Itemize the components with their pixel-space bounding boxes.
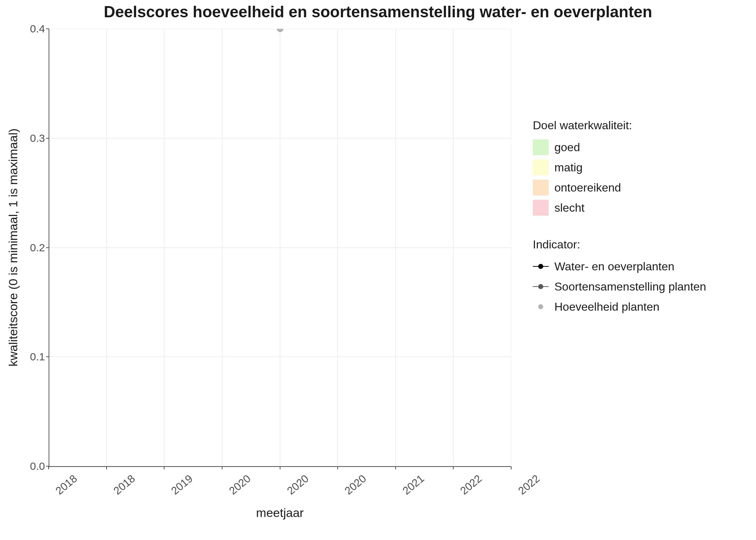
- x-tick-label: 2019: [154, 472, 195, 509]
- legend-swatch: [533, 159, 549, 175]
- legend-label: Soortensamenstelling planten: [554, 280, 706, 293]
- legend-quality-item: slecht: [533, 199, 706, 216]
- x-tick-label: 2022: [501, 472, 542, 509]
- legend-quality-item: ontoereikend: [533, 179, 706, 196]
- legend-indicator-item: Hoeveelheid planten: [533, 298, 706, 315]
- legend: Doel waterkwaliteit: goedmatigontoereike…: [533, 119, 706, 337]
- x-tick-label: 2020: [270, 472, 311, 509]
- legend-label: Water- en oeverplanten: [554, 260, 674, 273]
- legend-indicator-item: Soortensamenstelling planten: [533, 278, 706, 295]
- plot-area: [49, 29, 511, 466]
- y-tick-label: 0.1: [9, 351, 45, 363]
- x-tick-mark: [48, 467, 49, 469]
- x-tick-label: 2020: [212, 472, 253, 509]
- legend-marker: [533, 279, 549, 294]
- x-tick-mark: [395, 467, 396, 469]
- legend-quality-item: goed: [533, 139, 706, 156]
- legend-line: [533, 286, 549, 287]
- legend-quality-title: Doel waterkwaliteit:: [533, 119, 706, 132]
- x-tick-label: 2020: [328, 472, 369, 509]
- y-tick-label: 0.2: [9, 242, 45, 254]
- legend-swatch: [533, 200, 549, 216]
- x-tick-mark: [106, 467, 107, 469]
- legend-indicator-title: Indicator:: [533, 238, 706, 251]
- gridline-horizontal: [49, 138, 511, 139]
- chart-container: Deelscores hoeveelheid en soortensamenst…: [0, 0, 756, 540]
- legend-quality-item: matig: [533, 159, 706, 176]
- x-tick-mark: [337, 467, 338, 469]
- y-tick-mark: [46, 138, 49, 139]
- legend-label: matig: [554, 161, 582, 174]
- y-tick-label: 0.4: [9, 23, 45, 35]
- legend-label: Hoeveelheid planten: [554, 300, 660, 314]
- y-tick-label: 0.0: [9, 460, 45, 472]
- gridline-horizontal: [49, 356, 511, 357]
- legend-label: ontoereikend: [554, 181, 621, 194]
- x-tick-label: 2021: [386, 472, 427, 509]
- legend-label: slecht: [554, 201, 585, 215]
- y-tick-label: 0.3: [9, 132, 45, 144]
- x-tick-mark: [164, 467, 165, 469]
- x-tick-label: 2022: [443, 472, 484, 509]
- y-axis-line: [49, 29, 49, 467]
- x-tick-label: 2018: [96, 472, 138, 509]
- legend-swatch: [533, 180, 549, 195]
- y-tick-mark: [46, 28, 49, 29]
- legend-quality-section: Doel waterkwaliteit: goedmatigontoereike…: [533, 119, 706, 216]
- x-tick-mark: [280, 467, 280, 469]
- legend-marker: [533, 299, 549, 315]
- x-tick-mark: [511, 467, 512, 469]
- x-tick-label: 2018: [39, 472, 80, 509]
- legend-indicator-section: Indicator: Water- en oeverplantenSoorten…: [533, 238, 706, 315]
- legend-marker: [533, 258, 549, 274]
- legend-swatch: [533, 139, 549, 155]
- y-tick-mark: [46, 356, 49, 357]
- legend-indicator-item: Water- en oeverplanten: [533, 258, 706, 275]
- y-tick-mark: [46, 247, 49, 248]
- x-axis-title: meetjaar: [49, 506, 511, 520]
- x-tick-mark: [222, 467, 222, 469]
- x-tick-mark: [453, 467, 454, 469]
- data-point: [277, 29, 283, 32]
- chart-title: Deelscores hoeveelheid en soortensamenst…: [0, 3, 756, 21]
- gridline-horizontal: [49, 247, 511, 248]
- legend-point: [538, 304, 543, 309]
- legend-line: [533, 266, 549, 267]
- legend-label: goed: [554, 141, 580, 154]
